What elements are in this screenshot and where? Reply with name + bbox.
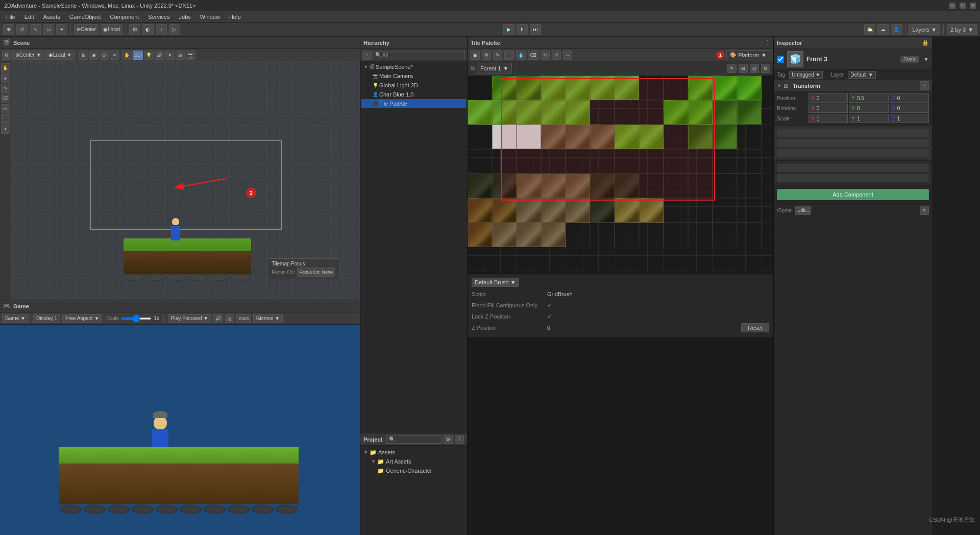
project-item-assets[interactable]: ▼ 📁 Assets — [362, 448, 465, 457]
tile-fill-btn[interactable]: ⬛ — [504, 51, 514, 60]
minimize-button[interactable]: ─ — [949, 3, 955, 9]
collab-btn[interactable]: ⛅ — [864, 24, 875, 35]
reset-button[interactable]: Reset — [741, 323, 769, 332]
active-checkbox[interactable] — [777, 56, 784, 63]
add-component-btn[interactable]: Add Component — [777, 189, 929, 200]
game-more-icon[interactable]: ⋮ — [352, 315, 358, 322]
aspect-btn[interactable]: Free Aspect ▼ — [62, 314, 102, 323]
tile-rotate-ccw[interactable]: ↺ — [552, 51, 561, 60]
hand-tool-btn[interactable]: ✋ — [122, 51, 132, 60]
hier-item-tile-palette[interactable]: ⬛ Tile Palette — [361, 99, 466, 108]
fx-btn[interactable]: ✦ — [165, 51, 175, 60]
display-btn[interactable]: Display 1 — [33, 314, 60, 323]
menu-gameobject[interactable]: GameObject — [65, 13, 105, 21]
brush-dropdown[interactable]: Default Brush ▼ — [472, 278, 519, 287]
tile-palette-grid-btn[interactable]: ⊞ — [739, 64, 748, 73]
menu-component[interactable]: Component — [106, 13, 143, 21]
scene-panel-menu[interactable]: ⋮ — [351, 39, 357, 46]
view-local-btn[interactable]: ◉Local ▼ — [45, 51, 75, 60]
layers-dropdown[interactable]: Layers ▼ — [909, 24, 940, 35]
rotate-tool-button[interactable]: ↺ — [16, 24, 28, 35]
animation-btn[interactable]: ▷ — [169, 24, 180, 35]
view-center-btn[interactable]: ⊕Center ▼ — [12, 51, 44, 60]
transform-header[interactable]: ▼ ⊞ Transform ⋮ — [774, 80, 932, 91]
menu-file[interactable]: File — [2, 13, 19, 21]
hier-add-btn[interactable]: + — [362, 51, 372, 60]
forest-dropdown[interactable]: Forest 1 ▼ — [477, 63, 512, 74]
fill-tool[interactable]: ⬛ — [1, 114, 10, 124]
gizmos-btn[interactable]: ⚙ — [2, 51, 11, 60]
grid-btn[interactable]: ⊞ — [129, 24, 140, 35]
static-chevron[interactable]: ▼ — [923, 56, 929, 62]
tile-flip-x[interactable]: ↔ — [563, 51, 572, 60]
scale-tool-button[interactable]: ⤡ — [30, 24, 41, 35]
project-more-btn[interactable]: ⋮ — [455, 435, 464, 444]
game-label-btn[interactable]: Game ▼ — [2, 314, 29, 323]
hand-tool[interactable]: ✋ — [1, 63, 10, 72]
menu-assets[interactable]: Assets — [39, 13, 64, 21]
visuals-btn[interactable]: ◐ — [142, 24, 154, 35]
picker-tool[interactable]: ✦ — [1, 125, 10, 134]
inspector-menu[interactable]: ⋮ — [912, 39, 918, 46]
tile-palette-pencil-btn[interactable]: ✎ — [727, 64, 737, 73]
sprite-edit-btn[interactable]: Edit... — [795, 206, 811, 215]
hier-item-global-light[interactable]: 💡 Global Light 2D — [361, 81, 466, 90]
focus-none-btn[interactable]: Focus On: None — [297, 268, 335, 277]
tile-eraser-btn[interactable]: ⌫ — [528, 51, 538, 60]
menu-services[interactable]: Services — [144, 13, 174, 21]
scale-slider[interactable] — [121, 318, 152, 320]
light-btn[interactable]: 💡 — [144, 51, 154, 60]
menu-jobs[interactable]: Jobs — [175, 13, 195, 21]
select-tool[interactable]: ◈ — [1, 74, 10, 83]
game-gizmos-btn[interactable]: Gizmos ▼ — [253, 314, 283, 323]
mute-btn[interactable]: 🔊 — [213, 314, 223, 323]
eraser-tool[interactable]: ⌫ — [1, 94, 10, 103]
scene-gizmos-btn[interactable]: ⊞ — [176, 51, 185, 60]
hierarchy-menu[interactable]: ⋮ — [458, 39, 464, 46]
layer-dropdown[interactable]: Default ▼ — [848, 71, 875, 79]
game-panel-menu[interactable]: ⋮ — [351, 303, 357, 309]
play-focused-btn[interactable]: Play Focused ▼ — [168, 314, 211, 323]
hier-item-sample-scene[interactable]: ▼ 🎬 SampleScene* — [361, 62, 466, 71]
project-item-generic-char[interactable]: 📁 Generic-Character — [362, 466, 465, 475]
close-button[interactable]: ✕ — [970, 3, 976, 9]
brush-tool[interactable]: ✎ — [1, 84, 10, 93]
audio-scene-btn[interactable]: 🔊 — [155, 51, 164, 60]
camera-btn[interactable]: 📷 — [186, 51, 195, 60]
transform-options-btn[interactable]: ⋮ — [920, 81, 929, 90]
scene-vis-btn[interactable]: ◉ — [89, 51, 99, 60]
audio-btn[interactable]: ♪ — [156, 24, 167, 35]
scene-more-btn[interactable]: ≡ — [110, 51, 119, 60]
sprite-more-btn[interactable]: ≡ — [920, 206, 929, 215]
vr-btn[interactable]: ◎ — [225, 314, 234, 323]
menu-edit[interactable]: Edit — [20, 13, 38, 21]
tile-move-btn[interactable]: ✥ — [482, 51, 491, 60]
pause-button[interactable]: ⏸ — [517, 24, 528, 35]
hier-item-main-camera[interactable]: 📷 Main Camera — [361, 71, 466, 81]
menu-window[interactable]: Window — [196, 13, 224, 21]
tag-dropdown[interactable]: Untagged ▼ — [789, 71, 823, 79]
inspector-lock-icon[interactable]: 🔒 — [922, 39, 929, 46]
account-btn[interactable]: 👤 — [891, 24, 902, 35]
step-button[interactable]: ⏭ — [530, 24, 541, 35]
tile-palette-focus-btn[interactable]: ◎ — [750, 64, 759, 73]
rect-tool-button[interactable]: ▭ — [43, 24, 54, 35]
2d-btn[interactable]: 2D — [133, 51, 143, 60]
layout-dropdown[interactable]: 2 by 3 ▼ — [947, 24, 977, 35]
game-stats-btn[interactable]: Stats — [236, 314, 251, 323]
rect-select-tool[interactable]: ▭ — [1, 104, 10, 113]
tile-rotate-cw[interactable]: ↻ — [541, 51, 550, 60]
maximize-button[interactable]: □ — [960, 3, 966, 9]
scene-grid-btn[interactable]: ⊞ — [79, 51, 88, 60]
project-settings-btn[interactable]: ⚙ — [444, 435, 453, 444]
tile-brush-btn[interactable]: ✎ — [493, 51, 502, 60]
transform-tool-button[interactable]: ✦ — [56, 24, 67, 35]
tile-palette-menu[interactable]: ⋮ — [765, 39, 770, 46]
local-btn[interactable]: ◉Local — [101, 24, 122, 35]
services-btn[interactable]: ☁ — [877, 24, 889, 35]
move-tool-button[interactable]: ✥ — [3, 24, 14, 35]
tile-palette-settings-btn[interactable]: ⚙ — [761, 64, 770, 73]
hier-item-char-blue[interactable]: 👤 Char Blue 1.0 — [361, 90, 466, 99]
play-button[interactable]: ▶ — [503, 24, 514, 35]
platform-dropdown[interactable]: 🎨 Platform ▼ — [726, 50, 770, 60]
